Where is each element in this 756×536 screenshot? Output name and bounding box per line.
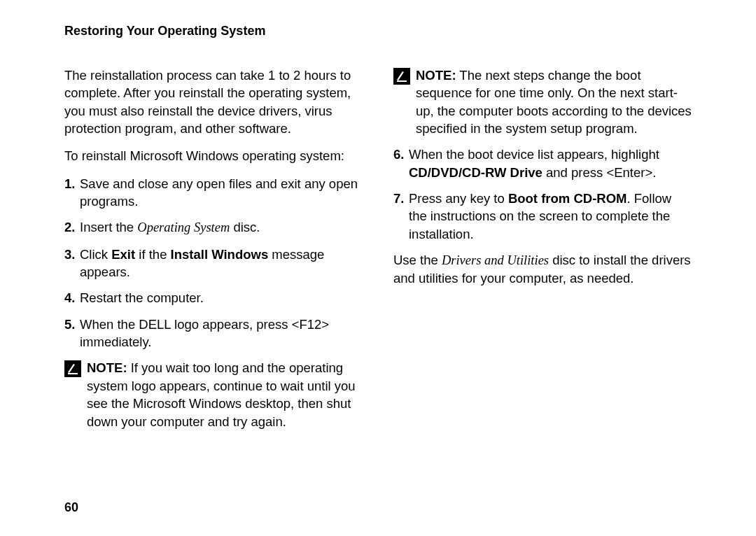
step-body: When the boot device list appears, highl… [409,146,692,181]
steps-list-right: 6. When the boot device list appears, hi… [393,146,692,243]
text: Use the [393,253,442,267]
bold-text: Install Windows [171,247,269,262]
text: When the boot device list appears, highl… [409,147,659,162]
note-icon [64,360,81,377]
svg-rect-0 [64,360,81,377]
step-body: Click Exit if the Install Windows messag… [80,246,363,281]
step-body: Insert the Operating System disc. [80,218,363,237]
page: Restoring Your Operating System The rein… [0,0,756,536]
text: Click [80,247,111,262]
step-body: Restart the computer. [80,289,363,306]
closing-paragraph: Use the Drivers and Utilities disc to in… [393,251,692,288]
left-column: The reinstallation process can take 1 to… [64,66,363,439]
text: disc. [230,220,260,234]
lead-paragraph: To reinstall Microsoft Windows operating… [64,147,363,164]
text: and press <Enter>. [542,165,657,180]
italic-text: Operating System [137,220,230,234]
page-title: Restoring Your Operating System [64,24,692,38]
italic-text: Drivers and Utilities [442,253,549,267]
note-text: If you wait too long and the operating s… [87,360,356,428]
step-body: When the DELL logo appears, press <F12> … [80,316,363,351]
step-number: 1. [64,175,80,211]
step-number: 5. [64,316,80,351]
note-block: NOTE: The next steps change the boot seq… [393,66,692,137]
step-7: 7. Press any key to Boot from CD-ROM. Fo… [393,190,692,243]
note-body: NOTE: The next steps change the boot seq… [416,66,692,137]
step-number: 2. [64,218,80,237]
step-6: 6. When the boot device list appears, hi… [393,146,692,181]
note-body: NOTE: If you wait too long and the opera… [87,359,363,430]
step-body: Save and close any open files and exit a… [80,175,363,211]
step-number: 7. [393,190,409,243]
intro-paragraph: The reinstallation process can take 1 to… [64,66,363,137]
note-text: The next steps change the boot sequence … [416,68,692,136]
right-column: NOTE: The next steps change the boot seq… [393,66,692,439]
step-number: 3. [64,246,80,281]
step-4: 4. Restart the computer. [64,289,363,306]
step-5: 5. When the DELL logo appears, press <F1… [64,316,363,351]
steps-list-left: 1. Save and close any open files and exi… [64,175,363,351]
note-label: NOTE: [87,360,127,375]
content-columns: The reinstallation process can take 1 to… [64,66,692,439]
step-body: Press any key to Boot from CD-ROM. Follo… [409,190,692,243]
step-1: 1. Save and close any open files and exi… [64,175,363,211]
bold-text: Boot from CD-ROM [508,191,627,206]
page-number: 60 [64,500,78,515]
text: Press any key to [409,191,508,206]
note-block: NOTE: If you wait too long and the opera… [64,359,363,430]
step-3: 3. Click Exit if the Install Windows mes… [64,246,363,281]
note-icon [393,68,410,85]
text: Insert the [80,220,137,234]
text: if the [135,247,170,262]
svg-rect-1 [393,68,410,85]
note-label: NOTE: [416,68,456,83]
bold-text: Exit [111,247,135,262]
step-number: 6. [393,146,409,181]
bold-text: CD/DVD/CD-RW Drive [409,165,542,180]
step-2: 2. Insert the Operating System disc. [64,218,363,237]
step-number: 4. [64,289,80,306]
